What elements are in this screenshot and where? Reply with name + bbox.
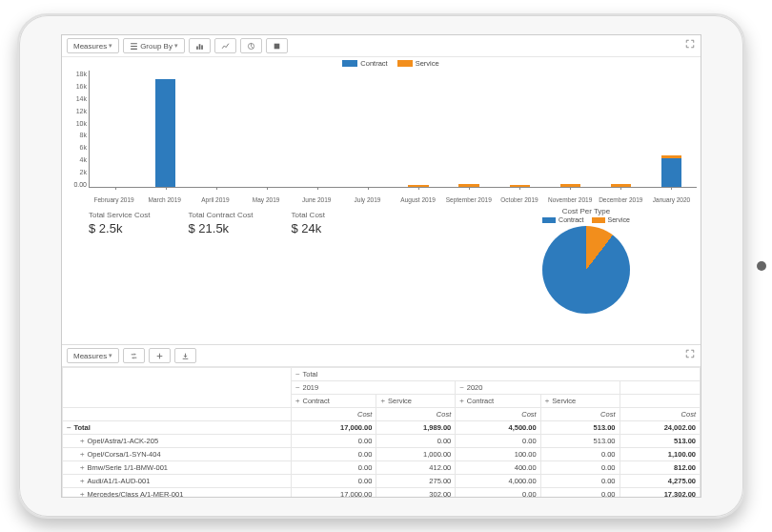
x-tick: January 2020 [646, 196, 697, 203]
expand-icon[interactable]: + [295, 397, 300, 405]
group-by-label: Group By [140, 42, 173, 51]
cell: 400.00 [456, 461, 540, 475]
bar-slot [444, 71, 495, 187]
x-tick: October 2019 [494, 196, 544, 203]
home-button[interactable] [757, 261, 766, 271]
expand-tree-icon [155, 352, 164, 360]
bar-slot [393, 71, 443, 187]
col-total: Total [303, 370, 318, 379]
expand-icon[interactable]: + [80, 490, 85, 498]
collapse-icon[interactable]: − [459, 383, 464, 392]
pie-chart-button[interactable] [240, 38, 262, 53]
table-row[interactable]: −Total17,000.001,989.004,500.00513.0024,… [63, 421, 701, 435]
cell: 4,500.00 [456, 421, 540, 435]
x-tick: March 2019 [139, 196, 190, 203]
bar-segment [661, 158, 681, 187]
col-contract: Contract [467, 397, 494, 405]
bar-chart-icon [195, 42, 204, 51]
cell: 1,989.00 [376, 421, 456, 435]
measures-dropdown[interactable]: Measures ▾ [67, 348, 119, 363]
table-row[interactable]: +Opel/Astra/1-ACK-2050.000.000.00513.005… [63, 435, 701, 448]
expand-all-button[interactable] [149, 348, 171, 363]
bar-chart-plot [89, 71, 697, 188]
cell: 0.00 [292, 435, 376, 448]
bar-chart-button[interactable] [189, 38, 211, 53]
bar-slot [90, 71, 140, 187]
bar-slot [596, 71, 646, 187]
expand-icon[interactable]: + [80, 437, 85, 445]
measures-label: Measures [73, 42, 107, 51]
app-screen: Measures ▾ Group By ▾ [61, 34, 701, 498]
bar-slot [292, 71, 342, 187]
expand-icon[interactable]: + [459, 397, 464, 405]
collapse-icon[interactable]: − [67, 423, 71, 432]
cell: 1,000.00 [376, 448, 456, 461]
cell: 1,100.00 [620, 448, 701, 461]
expand-icon[interactable]: + [80, 450, 85, 459]
expand-icon[interactable] [685, 349, 695, 360]
collapse-icon[interactable]: − [295, 370, 300, 379]
kpi-label: Total Contract Cost [188, 211, 253, 219]
bar-chart-legend: Contract Service [89, 59, 693, 68]
measures-dropdown[interactable]: Measures ▾ [67, 38, 119, 53]
kpi-contract-cost: Total Contract Cost $ 21.5k [188, 211, 253, 319]
x-tick: August 2019 [393, 196, 443, 203]
kpi-label: Total Cost [292, 211, 326, 219]
x-tick: February 2019 [89, 196, 139, 203]
col-cost: Cost [456, 408, 540, 421]
col-service: Service [388, 397, 412, 405]
y-tick: 2k [62, 169, 87, 175]
cell: 513.00 [540, 435, 620, 448]
cell: 412.00 [376, 461, 456, 475]
cell: 4,000.00 [456, 475, 540, 488]
y-tick: 8k [62, 132, 87, 138]
line-chart-button[interactable] [214, 38, 236, 53]
bar-slot [140, 71, 191, 187]
pie-chart-block: Cost Per Type Contract Service [491, 207, 681, 314]
table-row[interactable]: +Bmw/Serie 1/1-BMW-0010.00412.00400.000.… [63, 461, 701, 475]
table-row[interactable]: +Mercedes/Class A/1-MER-00117,000.00302.… [63, 488, 701, 499]
svg-rect-0 [196, 46, 198, 49]
y-tick: 0.00 [62, 181, 87, 188]
svg-rect-1 [199, 44, 201, 50]
expand-icon[interactable]: + [545, 397, 550, 405]
x-tick: July 2019 [342, 196, 393, 203]
legend-swatch-contract [342, 60, 357, 67]
table-row[interactable]: +Audi/A1/1-AUD-0010.00275.004,000.000.00… [63, 475, 701, 488]
svg-rect-2 [201, 45, 203, 50]
flip-axis-button[interactable] [123, 348, 145, 363]
cell: 0.00 [540, 448, 620, 461]
cell: 17,000.00 [292, 421, 376, 435]
y-tick: 16k [62, 83, 87, 90]
expand-icon[interactable]: + [80, 477, 85, 485]
bar-slot [545, 71, 596, 187]
cell: 100.00 [456, 448, 540, 461]
group-by-dropdown[interactable]: Group By ▾ [123, 38, 185, 53]
table-row[interactable]: +Opel/Corsa/1-SYN-4040.001,000.00100.000… [63, 448, 701, 461]
x-tick: December 2019 [596, 196, 646, 203]
expand-icon[interactable] [685, 39, 695, 51]
col-cost: Cost [620, 408, 701, 421]
col-2019: 2019 [303, 383, 319, 392]
y-tick: 4k [62, 156, 87, 163]
kpi-service-cost: Total Service Cost $ 2.5k [89, 211, 150, 319]
cell: 0.00 [540, 475, 620, 488]
collapse-icon[interactable]: − [295, 383, 300, 392]
list-view-button[interactable] [266, 38, 288, 53]
expand-icon[interactable]: + [80, 463, 85, 472]
cell: 0.00 [292, 461, 376, 475]
cell: 0.00 [456, 488, 540, 499]
col-cost: Cost [376, 408, 456, 421]
caret-down-icon: ▾ [174, 42, 178, 50]
tablet-frame: Measures ▾ Group By ▾ [17, 13, 745, 519]
y-tick: 6k [62, 144, 87, 151]
expand-icon[interactable]: + [380, 397, 385, 405]
cell: 0.00 [292, 475, 376, 488]
y-tick: 12k [62, 108, 87, 114]
legend-swatch-service [592, 217, 605, 223]
kpi-row: Total Service Cost $ 2.5k Total Contract… [62, 205, 701, 319]
pie-chart [542, 226, 630, 314]
legend-label-service: Service [416, 59, 439, 68]
download-button[interactable] [174, 348, 196, 363]
svg-rect-4 [274, 43, 280, 49]
